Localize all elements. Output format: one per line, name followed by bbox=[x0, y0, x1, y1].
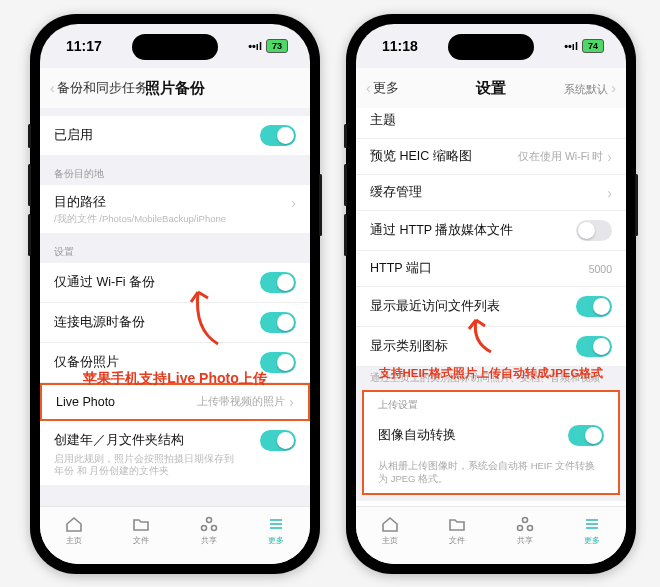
chevron-right-icon: › bbox=[607, 185, 612, 201]
svg-point-5 bbox=[527, 526, 532, 531]
status-time: 11:18 bbox=[382, 38, 418, 54]
cell-folder-structure[interactable]: 创建年／月文件夹结构 启用此规则，照片会按照拍摄日期保存到 年份 和 月份创建的… bbox=[40, 421, 310, 485]
tab-share[interactable]: 共享 bbox=[199, 515, 219, 546]
battery-icon: 73 bbox=[266, 39, 288, 53]
cell-auto-convert[interactable]: 图像自动转换 bbox=[364, 416, 618, 455]
tab-share[interactable]: 共享 bbox=[515, 515, 535, 546]
nav-right-value[interactable]: 系统默认 › bbox=[564, 80, 616, 97]
nav-bar: ‹ 备份和同步任务 照片备份 bbox=[40, 68, 310, 108]
battery-icon: 74 bbox=[582, 39, 604, 53]
toggle-auto-convert[interactable] bbox=[568, 425, 604, 446]
toggle-recent-files[interactable] bbox=[576, 296, 612, 317]
tab-bar: 主页 文件 共享 更多 bbox=[40, 506, 310, 564]
chevron-left-icon: ‹ bbox=[50, 80, 55, 96]
more-icon bbox=[582, 515, 602, 533]
status-time: 11:17 bbox=[66, 38, 102, 54]
annotation-caption: 苹果手机支持Live Photo上传 bbox=[40, 370, 310, 388]
cell-enabled[interactable]: 已启用 bbox=[40, 116, 310, 155]
svg-point-4 bbox=[517, 526, 522, 531]
toggle-folder-structure[interactable] bbox=[260, 430, 296, 451]
hint-auto-convert: 从相册上传图像时，系统会自动将 HEIF 文件转换为 JPEG 格式。 bbox=[364, 455, 618, 493]
tab-bar: 主页 文件 共享 更多 bbox=[356, 506, 626, 564]
nav-bar: ‹ 更多 设置 系统默认 › bbox=[356, 68, 626, 108]
share-icon bbox=[199, 515, 219, 533]
svg-point-2 bbox=[211, 526, 216, 531]
annotation-arrow bbox=[188, 286, 228, 348]
back-button[interactable]: ‹ 备份和同步任务 bbox=[50, 79, 148, 97]
svg-point-1 bbox=[201, 526, 206, 531]
chevron-right-icon: › bbox=[289, 394, 294, 410]
phone-frame-left: 11:17 ••ıl 73 ‹ 备份和同步任务 照片备份 已启用 备份目的地 bbox=[30, 14, 320, 574]
chevron-right-icon: › bbox=[607, 149, 612, 165]
cell-http-media[interactable]: 通过 HTTP 播放媒体文件 bbox=[356, 211, 626, 251]
toggle-category-icons[interactable] bbox=[576, 336, 612, 357]
folder-icon bbox=[131, 515, 151, 533]
home-icon bbox=[380, 515, 400, 533]
toggle-on-power[interactable] bbox=[260, 312, 296, 333]
cell-on-power[interactable]: 连接电源时备份 bbox=[40, 303, 310, 343]
header-settings: 设置 bbox=[40, 241, 310, 263]
folder-icon bbox=[447, 515, 467, 533]
chevron-left-icon: ‹ bbox=[366, 80, 371, 96]
signal-icon: ••ıl bbox=[248, 40, 262, 52]
svg-point-3 bbox=[522, 518, 527, 523]
toggle-enabled[interactable] bbox=[260, 125, 296, 146]
cell-wifi-only[interactable]: 仅通过 Wi-Fi 备份 bbox=[40, 263, 310, 303]
cell-http-port[interactable]: HTTP 端口 5000 bbox=[356, 251, 626, 287]
tab-home[interactable]: 主页 bbox=[380, 515, 400, 546]
svg-point-0 bbox=[206, 518, 211, 523]
cell-destination[interactable]: 目的路径 › /我的文件 /Photos/MobileBackup/iPhone bbox=[40, 185, 310, 233]
home-icon bbox=[64, 515, 84, 533]
tab-more[interactable]: 更多 bbox=[266, 515, 286, 546]
annotation-arrow bbox=[466, 316, 506, 356]
cell-cache[interactable]: 缓存管理 › bbox=[356, 175, 626, 211]
tab-files[interactable]: 文件 bbox=[447, 515, 467, 546]
signal-icon: ••ıl bbox=[564, 40, 578, 52]
header-destination: 备份目的地 bbox=[40, 163, 310, 185]
share-icon bbox=[515, 515, 535, 533]
back-button[interactable]: ‹ 更多 bbox=[366, 79, 399, 97]
dynamic-island bbox=[448, 34, 534, 60]
annotation-caption: 支持HEIF格式照片上传自动转成JPEG格式 bbox=[356, 366, 626, 381]
toggle-http-media[interactable] bbox=[576, 220, 612, 241]
dynamic-island bbox=[132, 34, 218, 60]
cell-live-photo[interactable]: Live Photo 上传带视频的照片› bbox=[40, 383, 310, 421]
more-icon bbox=[266, 515, 286, 533]
tab-home[interactable]: 主页 bbox=[64, 515, 84, 546]
tab-files[interactable]: 文件 bbox=[131, 515, 151, 546]
phone-frame-right: 11:18 ••ıl 74 ‹ 更多 设置 系统默认 › 主题 预览 HEIC … bbox=[346, 14, 636, 574]
header-upload: 上传设置 bbox=[364, 392, 618, 416]
toggle-wifi-only[interactable] bbox=[260, 272, 296, 293]
chevron-right-icon: › bbox=[611, 80, 616, 96]
tab-more[interactable]: 更多 bbox=[582, 515, 602, 546]
chevron-right-icon: › bbox=[291, 195, 296, 211]
cell-heic-preview[interactable]: 预览 HEIC 缩略图 仅在使用 Wi-Fi 时› bbox=[356, 139, 626, 175]
